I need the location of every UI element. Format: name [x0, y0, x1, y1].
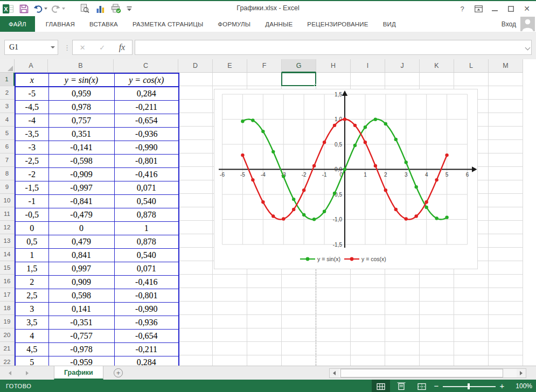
formula-bar-grip[interactable]: ⋮ [64, 40, 71, 55]
table-cell[interactable]: 0,757 [48, 114, 114, 127]
row-header-21[interactable]: 21 [0, 342, 15, 355]
sign-in-label[interactable]: Вход [502, 20, 516, 28]
table-cell[interactable]: -0,598 [48, 154, 114, 167]
row-header-1[interactable]: 1 [0, 73, 15, 86]
table-cell[interactable]: -0,5 [15, 208, 48, 221]
scroll-left-arrow[interactable] [330, 369, 339, 377]
table-cell[interactable]: -4 [15, 114, 48, 127]
page-layout-view-button[interactable] [392, 380, 410, 392]
table-cell[interactable]: 0,284 [114, 356, 179, 366]
quick-print-icon[interactable] [110, 3, 122, 15]
ribbon-display-options-button[interactable] [470, 1, 486, 16]
undo-dropdown-caret[interactable] [44, 8, 47, 10]
row-header-20[interactable]: 20 [0, 328, 15, 342]
undo-icon[interactable] [33, 3, 47, 15]
table-cell[interactable]: -2 [15, 167, 48, 181]
table-cell[interactable]: -2,5 [15, 154, 48, 167]
table-cell[interactable]: 0,479 [48, 235, 114, 248]
table-cell[interactable]: -4,5 [15, 100, 48, 114]
column-header-f[interactable]: F [247, 59, 282, 73]
row-header-4[interactable]: 4 [0, 113, 15, 127]
table-cell[interactable]: -0,936 [114, 127, 179, 141]
table-cell[interactable]: 5 [15, 356, 48, 366]
sheet-tab-grafiki[interactable]: Графики [54, 366, 103, 380]
row-header-13[interactable]: 13 [0, 234, 15, 248]
ribbon-tab-файл[interactable]: ФАЙЛ [0, 16, 35, 32]
zoom-slider-thumb[interactable] [468, 383, 470, 389]
new-sheet-button[interactable]: + [114, 368, 123, 377]
sign-in-area[interactable]: Вход [502, 16, 535, 32]
enter-icon[interactable]: ✓ [99, 44, 105, 52]
row-header-19[interactable]: 19 [0, 315, 15, 328]
table-cell[interactable]: 0,284 [114, 87, 179, 100]
table-cell[interactable]: -0,959 [48, 356, 114, 366]
table-cell[interactable]: 0,909 [48, 275, 114, 289]
table-cell[interactable]: -0,211 [114, 342, 179, 356]
row-header-12[interactable]: 12 [0, 221, 15, 234]
excel-logo-icon[interactable]: X [2, 3, 14, 15]
table-cell[interactable]: -0,757 [48, 329, 114, 342]
table-cell[interactable]: 0,997 [48, 262, 114, 275]
table-cell[interactable]: 0,141 [48, 302, 114, 316]
table-cell[interactable]: 0,351 [48, 127, 114, 141]
table-cell[interactable]: -0,654 [114, 329, 179, 342]
select-all-corner[interactable] [0, 59, 15, 73]
table-cell[interactable]: -0,351 [48, 316, 114, 329]
table-cell[interactable]: -0,141 [48, 141, 114, 154]
table-cell[interactable]: -3,5 [15, 127, 48, 141]
column-header-d[interactable]: D [178, 59, 213, 73]
table-cell[interactable]: -0,990 [114, 141, 179, 154]
row-header-10[interactable]: 10 [0, 194, 15, 207]
row-header-6[interactable]: 6 [0, 140, 15, 153]
column-header-m[interactable]: M [489, 59, 523, 73]
insert-function-icon[interactable]: fx [119, 43, 126, 52]
ribbon-tab-формулы[interactable]: ФОРМУЛЫ [212, 16, 256, 32]
zoom-out-button[interactable]: − [432, 380, 441, 392]
table-cell[interactable]: -0,936 [114, 316, 179, 329]
table-cell[interactable]: -0,841 [48, 194, 114, 208]
table-cell[interactable]: -0,416 [114, 167, 179, 181]
table-cell[interactable]: 0,540 [114, 248, 179, 262]
table-cell[interactable]: -0,990 [114, 302, 179, 316]
name-box[interactable]: G1 [4, 40, 58, 55]
fill-handle[interactable] [314, 84, 317, 87]
column-header-e[interactable]: E [213, 59, 247, 73]
table-cell[interactable]: -0,909 [48, 167, 114, 181]
table-cell[interactable]: -0,654 [114, 114, 179, 127]
table-cell[interactable]: 2,5 [15, 289, 48, 302]
table-cell[interactable]: 0,540 [114, 194, 179, 208]
table-cell[interactable]: 0,878 [114, 208, 179, 221]
horizontal-scrollbar[interactable] [329, 368, 526, 378]
redo-icon[interactable] [51, 3, 65, 15]
table-cell[interactable]: 3 [15, 302, 48, 316]
table-header-cell[interactable]: y = cos(x) [114, 73, 179, 87]
column-header-i[interactable]: I [351, 59, 385, 73]
close-button[interactable]: ✕ [519, 1, 535, 16]
user-avatar[interactable] [520, 17, 535, 31]
table-cell[interactable]: 0,978 [48, 100, 114, 114]
zoom-in-button[interactable]: + [498, 380, 506, 392]
next-sheet-arrow[interactable] [24, 370, 30, 376]
cancel-icon[interactable]: ✕ [80, 44, 86, 52]
ribbon-tab-данные[interactable]: ДАННЫЕ [260, 16, 298, 32]
page-break-view-button[interactable] [413, 380, 431, 392]
customize-qat-icon[interactable] [126, 3, 133, 15]
ribbon-tab-разметка-страницы[interactable]: РАЗМЕТКА СТРАНИЦЫ [127, 16, 208, 32]
table-cell[interactable]: 0,959 [48, 87, 114, 100]
column-header-l[interactable]: L [454, 59, 489, 73]
table-cell[interactable]: -0,978 [48, 342, 114, 356]
ribbon-tab-вид[interactable]: ВИД [378, 16, 401, 32]
table-cell[interactable]: -0,801 [114, 289, 179, 302]
row-header-5[interactable]: 5 [0, 127, 15, 140]
table-cell[interactable]: -1,5 [15, 181, 48, 194]
table-cell[interactable]: 0 [15, 221, 48, 235]
print-preview-icon[interactable] [79, 3, 91, 15]
save-icon[interactable] [18, 3, 30, 15]
column-header-b[interactable]: B [48, 59, 114, 73]
row-header-9[interactable]: 9 [0, 180, 15, 194]
normal-view-button[interactable] [372, 380, 390, 392]
row-header-18[interactable]: 18 [0, 302, 15, 315]
table-cell[interactable]: 0,841 [48, 248, 114, 262]
table-cell[interactable]: -3 [15, 141, 48, 154]
row-header-2[interactable]: 2 [0, 86, 15, 100]
